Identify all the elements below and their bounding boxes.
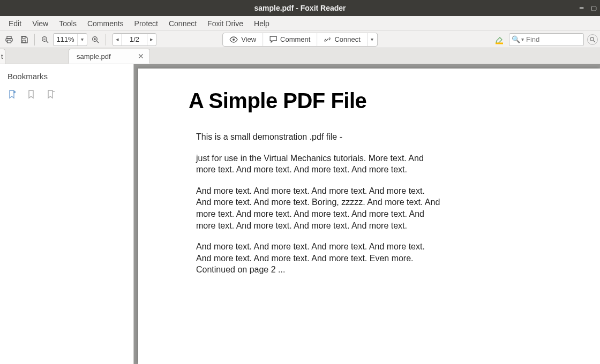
menu-protect[interactable]: Protect — [129, 17, 163, 30]
bookmark-expand-icon[interactable] — [8, 89, 17, 99]
zoom-in-button[interactable] — [88, 33, 102, 47]
page-navigator: ◂ 1/2 ▸ — [112, 33, 156, 46]
mode-comment-label: Comment — [280, 35, 310, 43]
document-paragraph: just for use in the Virtual Mechanics tu… — [189, 153, 440, 176]
menu-foxit-drive[interactable]: Foxit Drive — [202, 17, 249, 30]
main-area: Bookmarks A Simple PDF File This is a sm… — [0, 64, 600, 364]
search-icon: 🔍 — [512, 35, 520, 43]
menubar: Edit View Tools Comments Protect Connect… — [0, 16, 600, 31]
mode-segment: View Comment Connect ▾ — [222, 33, 378, 47]
zoom-level-value: 111% — [54, 35, 77, 43]
prev-page-button[interactable]: ◂ — [112, 33, 122, 46]
window-maximize-button[interactable]: ▢ — [591, 4, 597, 12]
zoom-dropdown-button[interactable]: ▾ — [77, 34, 87, 46]
document-paragraph: And more text. And more text. And more t… — [189, 241, 440, 276]
page-total: 2 — [136, 35, 139, 43]
svg-line-9 — [96, 41, 99, 43]
document-paragraph: This is a small demonstration .pdf file … — [189, 131, 440, 143]
svg-point-16 — [13, 91, 16, 93]
menu-connect[interactable]: Connect — [163, 17, 202, 30]
menu-comments[interactable]: Comments — [82, 17, 129, 30]
sidebar-title: Bookmarks — [0, 64, 133, 86]
eye-icon — [229, 36, 238, 43]
mode-view-button[interactable]: View — [223, 33, 263, 46]
menu-view[interactable]: View — [27, 17, 54, 30]
zoom-out-button[interactable] — [38, 33, 52, 47]
mode-view-label: View — [241, 35, 256, 43]
tab-close-button[interactable]: ✕ — [138, 52, 144, 60]
bookmarks-sidebar: Bookmarks — [0, 64, 134, 364]
menu-help[interactable]: Help — [249, 17, 275, 30]
tab-partial-label: t — [1, 52, 3, 60]
document-viewport[interactable]: A Simple PDF File This is a small demons… — [134, 64, 600, 364]
mode-comment-button[interactable]: Comment — [263, 33, 317, 46]
zoom-level-field[interactable]: 111% ▾ — [53, 33, 87, 46]
mode-connect-button[interactable]: Connect — [317, 33, 367, 46]
zoom-out-icon — [41, 35, 49, 44]
page-current: 1 — [130, 35, 133, 43]
highlighter-button[interactable] — [493, 33, 506, 46]
svg-rect-2 — [8, 40, 11, 43]
save-button[interactable] — [17, 33, 31, 47]
document-page: A Simple PDF File This is a small demons… — [138, 69, 600, 364]
svg-line-6 — [46, 41, 48, 43]
find-field[interactable]: 🔍 ▾ — [509, 33, 584, 46]
find-options-dropdown[interactable]: ▾ — [521, 36, 524, 42]
zoom-in-icon — [91, 35, 100, 44]
tab-label: sample.pdf — [77, 52, 111, 60]
link-icon — [324, 36, 331, 43]
menu-edit[interactable]: Edit — [3, 17, 27, 30]
document-tabstrip: t sample.pdf ✕ — [0, 48, 600, 64]
svg-rect-4 — [22, 40, 26, 42]
save-icon — [20, 35, 28, 44]
svg-line-15 — [594, 41, 595, 42]
advanced-search-button[interactable] — [587, 34, 598, 45]
printer-icon — [5, 35, 13, 44]
print-button[interactable] — [2, 33, 16, 47]
toolbar: 111% ▾ ◂ 1/2 ▸ View Comment — [0, 31, 600, 48]
window-minimize-button[interactable]: ━ — [580, 4, 583, 12]
document-paragraph: And more text. And more text. And more t… — [189, 185, 440, 231]
menu-tools[interactable]: Tools — [54, 17, 82, 30]
svg-point-12 — [232, 39, 235, 41]
window-titlebar: sample.pdf - Foxit Reader ━ ▢ — [0, 0, 600, 16]
search-icon — [589, 36, 596, 43]
mode-connect-label: Connect — [334, 35, 360, 43]
tab-previous-partial[interactable]: t — [0, 49, 5, 64]
svg-point-14 — [590, 37, 594, 41]
page-indicator[interactable]: 1/2 — [122, 33, 147, 46]
highlighter-icon — [494, 35, 504, 44]
document-heading: A Simple PDF File — [189, 89, 568, 113]
comment-icon — [269, 36, 277, 43]
bookmark-add-icon[interactable] — [27, 89, 36, 99]
next-page-button[interactable]: ▸ — [147, 33, 156, 46]
bookmark-collapse-icon[interactable] — [46, 89, 56, 99]
window-title: sample.pdf - Foxit Reader — [254, 4, 346, 12]
tab-sample-pdf[interactable]: sample.pdf ✕ — [69, 49, 150, 64]
mode-connect-dropdown[interactable]: ▾ — [368, 33, 377, 46]
